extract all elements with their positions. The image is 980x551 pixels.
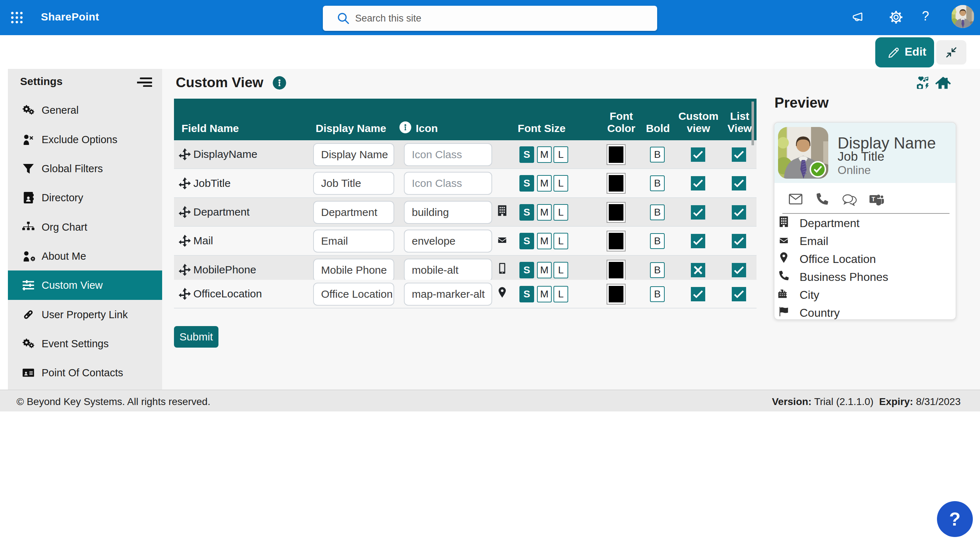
svg-text:T: T (872, 196, 875, 202)
